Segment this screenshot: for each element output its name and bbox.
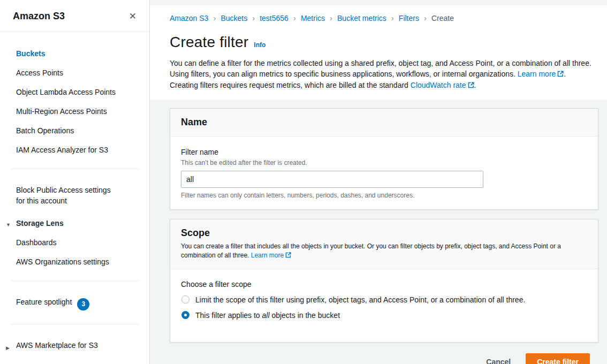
external-link-icon xyxy=(468,80,474,91)
scope-section-description: You can create a filter that includes al… xyxy=(181,242,587,261)
external-link-icon xyxy=(557,69,564,80)
breadcrumb-buckets[interactable]: Buckets xyxy=(221,14,247,22)
filter-name-input[interactable] xyxy=(181,171,483,188)
scope-section-title: Scope xyxy=(181,228,210,238)
scope-option-all-objects-label: This filter applies to all objects in th… xyxy=(195,310,340,321)
scope-option-all-objects[interactable]: This filter applies to all objects in th… xyxy=(181,310,587,321)
scope-section-card: Scope You can create a filter that inclu… xyxy=(170,219,598,343)
name-section-body: Filter name This can't be edited after t… xyxy=(170,136,598,209)
breadcrumb-filters[interactable]: Filters xyxy=(399,14,419,22)
sidebar-item-label: AWS Marketplace for S3 xyxy=(16,341,98,350)
form-area: Name Filter name This can't be edited af… xyxy=(150,100,607,364)
breadcrumb-bucket-name[interactable]: test5656 xyxy=(260,14,289,22)
option-text: objects in the bucket xyxy=(270,311,340,320)
caret-right-icon[interactable]: ▶ xyxy=(6,343,10,353)
scope-description-text: You can create a filter that includes al… xyxy=(181,242,561,259)
scope-section-header: Scope You can create a filter that inclu… xyxy=(170,219,598,269)
sidebar-nav: Buckets Access Points Object Lambda Acce… xyxy=(0,32,149,160)
choose-scope-label: Choose a filter scope xyxy=(181,279,587,290)
sidebar-nav-marketplace: ▶AWS Marketplace for S3 xyxy=(0,333,149,355)
sidebar-item-feature-spotlight[interactable]: Feature spotlight3 xyxy=(16,292,141,315)
form-actions: Cancel Create filter xyxy=(170,352,598,364)
breadcrumb-separator: › xyxy=(391,13,394,22)
name-section-header: Name xyxy=(170,109,598,136)
sidebar-item-batch-operations[interactable]: Batch Operations xyxy=(16,121,141,140)
scope-option-limit-label: Limit the scope of this filter using pre… xyxy=(195,294,525,305)
scope-option-limit[interactable]: Limit the scope of this filter using pre… xyxy=(181,294,587,305)
sidebar-item-aws-marketplace[interactable]: ▶AWS Marketplace for S3 xyxy=(16,336,141,355)
breadcrumb-amazon-s3[interactable]: Amazon S3 xyxy=(170,14,208,22)
cancel-button[interactable]: Cancel xyxy=(486,358,511,364)
feature-spotlight-count-badge: 3 xyxy=(77,298,89,310)
radio-selected-icon[interactable] xyxy=(181,311,189,319)
sidebar-nav-spotlight: Feature spotlight3 xyxy=(0,290,149,315)
divider xyxy=(11,324,139,324)
breadcrumb-separator: › xyxy=(252,13,255,22)
description-text: . xyxy=(474,81,476,89)
sidebar-nav-secondary: Block Public Access settings for this ac… xyxy=(0,178,149,271)
sidebar-item-multi-region-access-points[interactable]: Multi-Region Access Points xyxy=(16,102,141,121)
radio-unselected-icon[interactable] xyxy=(181,295,189,304)
option-text-italic: all xyxy=(262,311,270,320)
sidebar-item-dashboards[interactable]: Dashboards xyxy=(16,233,141,252)
page-description: You can define a filter for the metrics … xyxy=(170,58,593,91)
option-text: This filter applies to xyxy=(195,311,262,320)
sidebar-item-label: Feature spotlight xyxy=(16,298,72,306)
main-content: Amazon S3 › Buckets › test5656 › Metrics… xyxy=(150,0,607,364)
sidebar-item-iam-access-analyzer[interactable]: IAM Access Analyzer for S3 xyxy=(16,140,141,160)
close-icon[interactable]: ✕ xyxy=(129,12,136,21)
name-section-title: Name xyxy=(181,117,207,127)
filter-name-helper: Filter names can only contain letters, n… xyxy=(181,192,587,199)
filter-name-constraint: This can't be edited after the filter is… xyxy=(181,158,587,167)
breadcrumb-separator: › xyxy=(293,13,296,22)
divider xyxy=(11,169,139,169)
breadcrumb-bucket-metrics[interactable]: Bucket metrics xyxy=(337,14,386,22)
sidebar-item-block-public-access[interactable]: Block Public Access settings for this ac… xyxy=(16,180,141,210)
sidebar-item-storage-lens[interactable]: ▼Storage Lens xyxy=(16,214,141,233)
page-header-panel: Amazon S3 › Buckets › test5656 › Metrics… xyxy=(150,5,607,100)
breadcrumb-separator: › xyxy=(213,13,216,22)
scope-section-body: Choose a filter scope Limit the scope of… xyxy=(170,269,598,342)
name-section-card: Name Filter name This can't be edited af… xyxy=(170,108,598,210)
sidebar-title: Amazon S3 xyxy=(13,11,65,22)
learn-more-link[interactable]: Learn more xyxy=(518,70,556,78)
sidebar-item-aws-organizations-settings[interactable]: AWS Organizations settings xyxy=(16,252,141,271)
filter-name-label: Filter name xyxy=(181,147,587,157)
sidebar-item-access-points[interactable]: Access Points xyxy=(16,63,141,82)
breadcrumb-separator: › xyxy=(424,13,427,22)
divider xyxy=(11,280,139,281)
caret-down-icon[interactable]: ▼ xyxy=(6,219,11,230)
create-filter-button[interactable]: Create filter xyxy=(526,353,590,364)
page-title: Create filter xyxy=(170,34,248,51)
info-link[interactable]: Info xyxy=(254,41,265,49)
sidebar-item-label: Storage Lens xyxy=(16,219,64,228)
breadcrumb-separator: › xyxy=(330,13,332,22)
sidebar-item-object-lambda-access-points[interactable]: Object Lambda Access Points xyxy=(16,82,141,102)
breadcrumb-current: Create xyxy=(431,14,454,22)
cloudwatch-rate-link[interactable]: CloudWatch rate xyxy=(411,81,466,89)
scope-learn-more-link[interactable]: Learn more xyxy=(251,252,284,259)
s3-sidebar: Amazon S3 ✕ Buckets Access Points Object… xyxy=(0,0,150,364)
external-link-icon xyxy=(285,252,291,261)
breadcrumb: Amazon S3 › Buckets › test5656 › Metrics… xyxy=(170,13,598,22)
breadcrumb-metrics[interactable]: Metrics xyxy=(301,14,325,22)
sidebar-header: Amazon S3 ✕ xyxy=(0,0,149,32)
sidebar-item-buckets[interactable]: Buckets xyxy=(16,44,141,63)
